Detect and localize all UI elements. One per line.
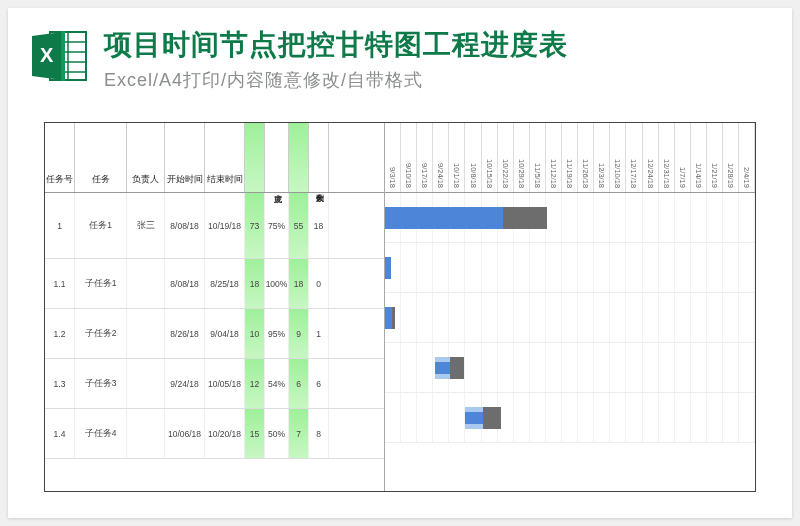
date-column: 10/29/18 [514,123,530,192]
cell: 50% [265,409,289,458]
date-column: 12/3/18 [594,123,610,192]
gantt-bar-remain [483,407,501,429]
template-card: X 项目时间节点把控甘特图工程进度表 Excel/A4打印/内容随意修改/自带格… [8,8,792,518]
table-row: 1任务1张三8/08/1810/19/187375%5518 [45,193,384,259]
gantt-row [385,193,755,243]
cell: 73 [245,193,265,258]
cell: 9/24/18 [165,359,205,408]
table-row: 1.3子任务39/24/1810/05/181254%66 [45,359,384,409]
cell: 18 [309,193,329,258]
cell [127,359,165,408]
cell: 15 [245,409,265,458]
gantt-bar-done [465,412,483,424]
gantt-bar-done [435,362,450,374]
cell [127,409,165,458]
cell: 1 [309,309,329,358]
header: X 项目时间节点把控甘特图工程进度表 Excel/A4打印/内容随意修改/自带格… [8,8,792,102]
cell: 1.3 [45,359,75,408]
cell: 54% [265,359,289,408]
cell: 8 [309,409,329,458]
date-column: 9/3/18 [385,123,401,192]
gantt-bar-done [385,257,391,279]
date-column: 9/24/18 [433,123,449,192]
cell: 10/19/18 [205,193,245,258]
table-row: 1.1子任务18/08/188/25/1818100%180 [45,259,384,309]
gantt-row [385,393,755,443]
header-row: 任务号 任务 负责人 开始时间 结束时间 计划天数 完成度 已用天数 剩余天数 [45,123,384,193]
cell: 1.1 [45,259,75,308]
cell: 55 [289,193,309,258]
cell: 8/08/18 [165,259,205,308]
gantt-bar-done [385,307,392,329]
cell: 10 [245,309,265,358]
date-column: 1/28/19 [723,123,739,192]
cell: 0 [309,259,329,308]
col-task-no: 任务号 [45,123,75,192]
svg-marker-8 [61,31,65,81]
cell: 9/04/18 [205,309,245,358]
date-column: 9/17/18 [417,123,433,192]
col-plan-days: 计划天数 [245,123,265,192]
table-row: 1.2子任务28/26/189/04/181095%91 [45,309,384,359]
date-column: 10/1/18 [449,123,465,192]
gantt-pane: 9/3/189/10/189/17/189/24/1810/1/1810/8/1… [385,123,755,491]
cell [127,259,165,308]
cell: 任务1 [75,193,127,258]
cell: 75% [265,193,289,258]
date-column: 1/21/19 [707,123,723,192]
gantt-row [385,343,755,393]
cell: 95% [265,309,289,358]
date-column: 9/10/18 [401,123,417,192]
date-column: 11/5/18 [530,123,546,192]
col-task: 任务 [75,123,127,192]
sub-title: Excel/A4打印/内容随意修改/自带格式 [104,68,770,92]
main-title: 项目时间节点把控甘特图工程进度表 [104,26,770,64]
gantt-row [385,293,755,343]
col-used-days: 已用天数 [289,123,309,192]
col-owner: 负责人 [127,123,165,192]
cell: 子任务2 [75,309,127,358]
date-column: 10/15/18 [482,123,498,192]
table-left-pane: 任务号 任务 负责人 开始时间 结束时间 计划天数 完成度 已用天数 剩余天数 … [45,123,385,491]
gantt-bar-remain [503,207,547,229]
cell: 1.4 [45,409,75,458]
cell: 10/05/18 [205,359,245,408]
cell: 张三 [127,193,165,258]
cell: 9 [289,309,309,358]
cell: 8/26/18 [165,309,205,358]
cell: 18 [245,259,265,308]
table-row: 1.4子任务410/06/1810/20/181550%78 [45,409,384,459]
cell: 18 [289,259,309,308]
date-column: 2/4/19 [739,123,755,192]
date-column: 12/31/18 [659,123,675,192]
cell: 子任务3 [75,359,127,408]
col-start: 开始时间 [165,123,205,192]
date-column: 11/19/18 [562,123,578,192]
cell: 8/08/18 [165,193,205,258]
date-column: 11/26/18 [578,123,594,192]
date-column: 12/24/18 [643,123,659,192]
date-column: 12/17/18 [626,123,642,192]
cell: 6 [289,359,309,408]
cell: 子任务4 [75,409,127,458]
cell: 10/06/18 [165,409,205,458]
date-column: 10/8/18 [465,123,481,192]
gantt-bar-remain [450,357,464,379]
cell: 10/20/18 [205,409,245,458]
gantt-body [385,193,755,443]
col-pct: 完成度 [265,123,289,192]
gantt-bar-done [385,207,503,229]
date-column: 10/22/18 [498,123,514,192]
date-column: 11/12/18 [546,123,562,192]
date-column: 1/14/19 [691,123,707,192]
col-remain-days: 剩余天数 [309,123,329,192]
cell: 1.2 [45,309,75,358]
date-column: 1/7/19 [675,123,691,192]
cell: 6 [309,359,329,408]
cell: 1 [45,193,75,258]
cell: 7 [289,409,309,458]
col-end: 结束时间 [205,123,245,192]
cell: 8/25/18 [205,259,245,308]
cell: 子任务1 [75,259,127,308]
gantt-bar-remain [392,307,395,329]
